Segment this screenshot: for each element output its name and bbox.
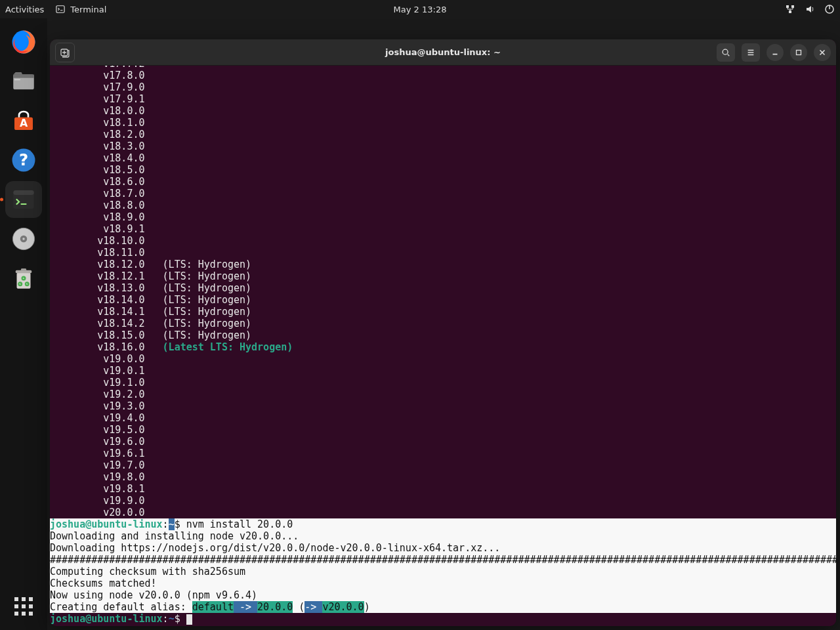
- version-line: v18.6.0: [50, 176, 836, 188]
- version-line: v19.9.0: [50, 495, 836, 507]
- svg-rect-0: [56, 6, 64, 13]
- svg-text:?: ?: [19, 150, 28, 169]
- dock-trash[interactable]: [5, 260, 42, 297]
- network-icon: [785, 4, 795, 14]
- svg-line-27: [728, 54, 730, 56]
- version-line: v18.14.2 (LTS: Hydrogen): [50, 318, 836, 329]
- dock-disk[interactable]: [5, 220, 42, 257]
- svg-rect-15: [13, 190, 34, 195]
- prompt-line: joshua@ubuntu-linux:~$: [50, 613, 836, 625]
- version-line: v18.2.0: [50, 129, 836, 140]
- version-line: v19.4.0: [50, 412, 836, 424]
- version-line: v19.1.0: [50, 377, 836, 388]
- dock-software[interactable]: A: [5, 102, 42, 139]
- version-line: v19.8.1: [50, 483, 836, 495]
- version-line: v18.10.0: [50, 235, 836, 247]
- terminal-viewport[interactable]: v17.7.1 v17.7.2 v17.8.0 v17.9.0 v17.9.1 …: [50, 66, 836, 626]
- alias-line: Creating default alias: default -> 20.0.…: [50, 601, 836, 613]
- svg-point-26: [723, 49, 728, 54]
- version-line: v19.8.0: [50, 471, 836, 483]
- cursor: [186, 614, 192, 625]
- apps-grid-icon: [14, 597, 33, 616]
- version-line: v17.9.1: [50, 93, 836, 105]
- prompt-user: joshua@ubuntu-linux: [50, 518, 163, 530]
- svg-point-19: [22, 238, 25, 240]
- minimize-icon: [770, 48, 780, 57]
- output-line: Checksums matched!: [50, 578, 836, 589]
- hamburger-menu-button[interactable]: [742, 43, 760, 62]
- activities-button[interactable]: Activities: [5, 5, 44, 14]
- svg-rect-3: [789, 10, 791, 13]
- version-line: v19.5.0: [50, 424, 836, 436]
- new-tab-icon: [60, 47, 70, 58]
- install-output-block: joshua@ubuntu-linux:~$ nvm install 20.0.…: [50, 518, 836, 613]
- software-center-icon: A: [10, 107, 37, 135]
- prompt-path: ~: [169, 613, 175, 625]
- files-icon: [10, 68, 37, 95]
- terminal-icon: [56, 5, 65, 14]
- alias-resolved-version: v20.0.0: [322, 601, 364, 613]
- clock[interactable]: May 2 13:28: [394, 5, 447, 14]
- version-line: v19.7.0: [50, 459, 836, 471]
- version-line: v18.11.0: [50, 247, 836, 259]
- version-line: v19.6.1: [50, 448, 836, 459]
- version-line: v18.9.1: [50, 223, 836, 235]
- version-line: v18.9.0: [50, 211, 836, 223]
- command-text: nvm install 20.0.0: [186, 518, 293, 530]
- output-line: Downloading and installing node v20.0.0.…: [50, 530, 836, 542]
- prompt-user: joshua@ubuntu-linux: [50, 613, 163, 625]
- dock-firefox[interactable]: [5, 24, 42, 60]
- minimize-button[interactable]: [766, 44, 784, 61]
- svg-text:A: A: [20, 117, 28, 129]
- output-line: Now using node v20.0.0 (npm v9.6.4): [50, 589, 836, 601]
- search-icon: [721, 48, 730, 57]
- trash-icon: [10, 264, 37, 292]
- svg-rect-32: [797, 50, 801, 54]
- power-icon: [824, 4, 835, 14]
- prompt-path: ~: [169, 518, 175, 530]
- version-line: v18.0.0: [50, 105, 836, 117]
- version-line: v18.13.0 (LTS: Hydrogen): [50, 282, 836, 294]
- alias-version: 20.0.0: [257, 601, 293, 613]
- maximize-button[interactable]: [790, 44, 807, 61]
- version-line: v18.15.0 (LTS: Hydrogen): [50, 329, 836, 341]
- terminal-window: joshua@ubuntu-linux: ~: [50, 39, 836, 626]
- version-line: v18.14.1 (LTS: Hydrogen): [50, 306, 836, 318]
- version-line: v17.9.0: [50, 81, 836, 93]
- show-applications-button[interactable]: [5, 588, 42, 625]
- version-line: v18.8.0: [50, 200, 836, 211]
- gnome-top-bar: Activities Terminal May 2 13:28: [0, 0, 840, 18]
- dock-files[interactable]: [5, 63, 42, 100]
- version-line: v19.2.0: [50, 388, 836, 400]
- version-line: v19.0.1: [50, 365, 836, 377]
- version-line: v17.8.0: [50, 70, 836, 81]
- terminal-app-icon: [10, 186, 37, 213]
- alias-default: default: [192, 601, 234, 613]
- version-line: v20.0.0: [50, 507, 836, 518]
- close-button[interactable]: [814, 44, 831, 61]
- window-titlebar: joshua@ubuntu-linux: ~: [50, 39, 836, 66]
- version-line: v18.7.0: [50, 188, 836, 200]
- ubuntu-dock: A ?: [0, 18, 47, 630]
- version-line: v19.6.0: [50, 436, 836, 448]
- version-line: v18.1.0: [50, 117, 836, 129]
- version-line: v18.3.0: [50, 140, 836, 152]
- version-line: v19.3.0: [50, 400, 836, 412]
- new-tab-button[interactable]: [55, 43, 75, 62]
- dock-terminal[interactable]: [5, 181, 42, 218]
- svg-rect-9: [14, 79, 20, 81]
- svg-rect-21: [16, 270, 32, 273]
- search-button[interactable]: [717, 43, 735, 62]
- volume-icon: [805, 4, 815, 14]
- version-line: v18.14.0 (LTS: Hydrogen): [50, 294, 836, 306]
- hamburger-icon: [746, 48, 755, 57]
- output-line: Computing checksum with sha256sum: [50, 566, 836, 578]
- dock-help[interactable]: ?: [5, 142, 42, 178]
- version-line: v18.16.0 (Latest LTS: Hydrogen): [50, 341, 836, 353]
- window-title: joshua@ubuntu-linux: ~: [385, 47, 501, 57]
- system-status-area[interactable]: [785, 4, 835, 14]
- version-line: v18.5.0: [50, 164, 836, 176]
- maximize-icon: [794, 48, 803, 57]
- app-indicator[interactable]: Terminal: [56, 5, 106, 14]
- close-icon: [818, 48, 827, 57]
